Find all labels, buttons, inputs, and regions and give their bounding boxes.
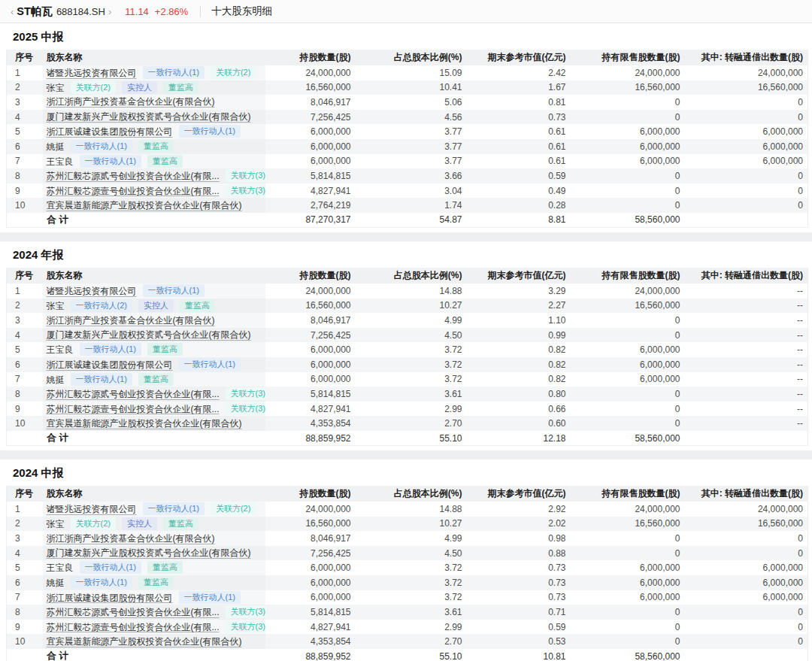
shareholder-name-link[interactable]: 宜宾晨道新能源产业股权投资合伙企业(有限合伙) bbox=[47, 200, 242, 211]
shareholder-tag[interactable]: 关联方(2) bbox=[211, 66, 256, 79]
shareholder-tag[interactable]: 一致行动人(1) bbox=[80, 343, 141, 356]
shareholder-name-link[interactable]: 浙江浙商产业投资基金合伙企业(有限合伙) bbox=[47, 96, 215, 107]
stock-code[interactable]: 688184.SH bbox=[56, 6, 105, 17]
shareholder-name-link[interactable]: 浙江浙商产业投资基金合伙企业(有限合伙) bbox=[47, 315, 215, 326]
shareholder-tag[interactable]: 董监高 bbox=[180, 299, 215, 312]
table-row: 10宜宾晨道新能源产业股权投资合伙企业(有限合伙)4,353,8542.700.… bbox=[7, 634, 808, 649]
shareholder-name-link[interactable]: 厦门建发新兴产业股权投资贰号合伙企业(有限合伙) bbox=[47, 329, 251, 340]
shareholder-tag[interactable]: 董监高 bbox=[147, 343, 183, 356]
shares-held-cell: 6,000,000 bbox=[265, 124, 356, 139]
shareholder-name-link[interactable]: 浙江展诚建设集团股份有限公司 bbox=[47, 126, 173, 137]
shareholder-tag[interactable]: 一致行动人(1) bbox=[71, 373, 132, 386]
shareholder-tag[interactable]: 一致行动人(1) bbox=[71, 140, 132, 153]
table-body: 1诸暨兆远投资有限公司一致行动人(1)关联方(2)24,000,00015.09… bbox=[7, 65, 808, 213]
shareholder-tag[interactable]: 实控人 bbox=[122, 81, 157, 94]
shareholder-tag[interactable]: 一致行动人(1) bbox=[179, 125, 241, 138]
shareholder-name-link[interactable]: 苏州汇毅芯源壹号创业投资合伙企业(有限... bbox=[47, 621, 220, 632]
table-row: 2张宝关联方(2)实控人董监高16,560,00010.411.6716,560… bbox=[7, 80, 808, 96]
shareholder-tag[interactable]: 一致行动人(1) bbox=[71, 576, 132, 589]
total-lent-cell bbox=[685, 431, 808, 446]
header-row: 序号股东名称持股数量(股)占总股本比例(%)期末参考市值(亿元)持有限售股数量(… bbox=[7, 50, 808, 65]
shareholder-tag[interactable]: 实控人 bbox=[122, 517, 157, 530]
shareholder-tag[interactable]: 关联方(3) bbox=[226, 402, 265, 415]
shareholder-tag[interactable]: 一致行动人(2) bbox=[71, 299, 132, 312]
shareholder-tag[interactable]: 关联方(3) bbox=[226, 387, 265, 400]
pct-of-total-cell: 4.50 bbox=[356, 328, 467, 343]
shareholder-tag[interactable]: 董监高 bbox=[138, 576, 174, 589]
pct-of-total-cell: 3.72 bbox=[356, 590, 467, 605]
shareholder-name-link[interactable]: 苏州汇毅芯源壹号创业投资合伙企业(有限... bbox=[47, 185, 220, 196]
rank-cell: 6 bbox=[7, 139, 43, 154]
rank-cell: 2 bbox=[7, 80, 43, 96]
shareholder-name-link[interactable]: 诸暨兆远投资有限公司 bbox=[47, 504, 137, 514]
shareholder-name-link[interactable]: 厦门建发新兴产业股权投资贰号合伙企业(有限合伙) bbox=[47, 111, 251, 122]
rank-cell: 1 bbox=[7, 502, 43, 517]
stock-name[interactable]: ST帕瓦 bbox=[17, 5, 53, 19]
shareholder-tag[interactable]: 董监高 bbox=[138, 140, 174, 153]
forward-chevron-icon[interactable]: › bbox=[105, 6, 114, 17]
shareholder-name-link[interactable]: 苏州汇毅芯源贰号创业投资合伙企业(有限... bbox=[47, 171, 220, 181]
shareholder-tag[interactable]: 董监高 bbox=[138, 373, 174, 386]
shareholder-tag[interactable]: 关联方(3) bbox=[226, 184, 265, 197]
restricted-shares-cell: 0 bbox=[571, 402, 685, 417]
table-row: 7浙江展诚建设集团股份有限公司一致行动人(1)6,000,0003.720.73… bbox=[7, 590, 808, 605]
shareholder-name-link[interactable]: 浙江浙商产业投资基金合伙企业(有限合伙) bbox=[47, 533, 215, 544]
restricted-shares-cell: 0 bbox=[571, 328, 685, 343]
shares-held-cell: 16,560,000 bbox=[265, 517, 356, 532]
shareholder-tag[interactable]: 一致行动人(1) bbox=[143, 502, 205, 515]
shareholder-name-link[interactable]: 诸暨兆远投资有限公司 bbox=[47, 286, 137, 296]
total-restricted-cell: 58,560,000 bbox=[571, 649, 685, 661]
shareholder-tag[interactable]: 关联方(3) bbox=[226, 605, 265, 618]
shareholder-tag[interactable]: 一致行动人(1) bbox=[80, 155, 141, 168]
shareholder-name-cell: 姚挺一致行动人(1)董监高 bbox=[43, 575, 265, 590]
restricted-shares-cell: 0 bbox=[571, 634, 685, 649]
shares-held-cell: 16,560,000 bbox=[265, 80, 356, 96]
shareholder-tag[interactable]: 一致行动人(1) bbox=[179, 358, 241, 371]
restricted-shares-cell: 0 bbox=[571, 110, 685, 125]
shareholder-tag[interactable]: 关联方(3) bbox=[226, 620, 265, 633]
table-row: 5王宝良一致行动人(1)董监高6,000,0003.720.736,000,00… bbox=[7, 560, 808, 575]
rank-cell: 8 bbox=[7, 387, 43, 402]
pct-of-total-cell: 15.09 bbox=[356, 65, 467, 80]
shareholder-name-link[interactable]: 厦门建发新兴产业股权投资贰号合伙企业(有限合伙) bbox=[47, 547, 251, 558]
shareholder-tag[interactable]: 关联方(2) bbox=[71, 517, 116, 530]
shareholder-tag[interactable]: 一致行动人(1) bbox=[143, 284, 205, 297]
column-header: 占总股本比例(%) bbox=[356, 50, 467, 65]
lent-shares-cell: 24,000,000 bbox=[685, 65, 808, 80]
shareholder-tag[interactable]: 关联方(2) bbox=[211, 502, 256, 515]
restricted-shares-cell: 0 bbox=[571, 313, 685, 328]
lent-shares-cell: -- bbox=[685, 284, 808, 299]
shareholder-name-link[interactable]: 苏州汇毅芯源壹号创业投资合伙企业(有限... bbox=[47, 403, 220, 414]
table-row: 4厦门建发新兴产业股权投资贰号合伙企业(有限合伙)7,256,4254.500.… bbox=[7, 328, 808, 343]
shareholder-tag[interactable]: 一致行动人(1) bbox=[80, 561, 141, 574]
shareholder-name-link[interactable]: 苏州汇毅芯源贰号创业投资合伙企业(有限... bbox=[47, 389, 220, 399]
lent-shares-cell: 6,000,000 bbox=[685, 590, 808, 605]
restricted-shares-cell: 6,000,000 bbox=[571, 357, 685, 372]
rank-cell: 2 bbox=[7, 517, 43, 532]
shareholder-name-link[interactable]: 苏州汇毅芯源贰号创业投资合伙企业(有限... bbox=[47, 607, 220, 617]
shareholder-tag[interactable]: 关联方(2) bbox=[71, 81, 116, 94]
shares-held-cell: 4,353,854 bbox=[265, 416, 356, 431]
shareholder-name-link[interactable]: 宜宾晨道新能源产业股权投资合伙企业(有限合伙) bbox=[47, 636, 242, 647]
restricted-shares-cell: 6,000,000 bbox=[571, 560, 685, 575]
total-shares-cell: 87,270,317 bbox=[265, 213, 356, 228]
shareholder-name-link[interactable]: 诸暨兆远投资有限公司 bbox=[47, 68, 137, 78]
shareholder-name-cell: 苏州汇毅芯源壹号创业投资合伙企业(有限...关联方(3) bbox=[43, 183, 265, 199]
shareholder-tag[interactable]: 实控人 bbox=[138, 299, 174, 312]
shareholder-tag[interactable]: 董监高 bbox=[147, 561, 183, 574]
shareholder-tag[interactable]: 董监高 bbox=[163, 81, 198, 94]
shareholder-tag[interactable]: 一致行动人(1) bbox=[179, 591, 241, 604]
back-chevron-icon[interactable]: ‹ bbox=[8, 6, 17, 17]
pct-of-total-cell: 2.70 bbox=[356, 634, 467, 649]
shareholder-name-link[interactable]: 浙江展诚建设集团股份有限公司 bbox=[47, 359, 173, 370]
shareholder-name-cell: 苏州汇毅芯源壹号创业投资合伙企业(有限...关联方(3) bbox=[43, 620, 265, 635]
shareholder-tag[interactable]: 关联方(3) bbox=[226, 169, 265, 182]
shareholder-tag[interactable]: 董监高 bbox=[147, 155, 183, 168]
shareholder-name-link[interactable]: 浙江展诚建设集团股份有限公司 bbox=[47, 592, 173, 602]
rank-cell: 3 bbox=[7, 95, 43, 110]
shareholder-tag[interactable]: 一致行动人(1) bbox=[143, 66, 205, 79]
table-row: 3浙江浙商产业投资基金合伙企业(有限合伙)8,046,9174.991.100-… bbox=[7, 313, 808, 328]
column-header: 期末参考市值(亿元) bbox=[467, 50, 571, 65]
shareholder-tag[interactable]: 董监高 bbox=[163, 517, 198, 530]
shareholder-name-link[interactable]: 宜宾晨道新能源产业股权投资合伙企业(有限合伙) bbox=[47, 418, 242, 429]
